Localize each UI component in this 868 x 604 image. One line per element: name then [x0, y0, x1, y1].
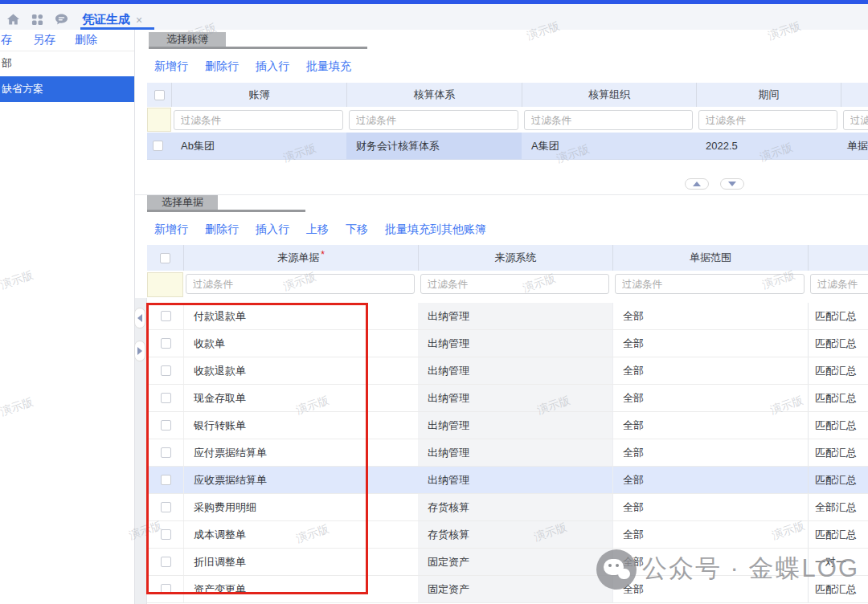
column-header-document-scope[interactable]: 单据范围: [612, 245, 808, 271]
section-underline: [147, 210, 305, 212]
filter-corner-cell: [147, 108, 171, 132]
cell-summary-mode: 匹配汇总: [808, 439, 868, 466]
cell-summary-mode: 匹配汇总: [808, 357, 868, 384]
cell-source-system: 出纳管理: [418, 303, 612, 329]
delete-row-button[interactable]: 删除行: [205, 222, 239, 237]
add-row-button[interactable]: 新增行: [154, 222, 188, 237]
cell-source-system: 出纳管理: [418, 439, 612, 466]
books-header-checkbox-cell: [147, 83, 171, 107]
message-icon[interactable]: [55, 13, 68, 29]
cell-source-document: 折旧调整单: [183, 549, 418, 575]
docs-table-row[interactable]: 采购费用明细 存货核算 全部 全部汇总: [147, 494, 868, 521]
brand-watermark: 公众号 · 金蝶LOG: [642, 552, 859, 586]
docs-header-checkbox-cell: [147, 245, 183, 271]
docs-table-row[interactable]: 付款退款单 出纳管理 全部 匹配汇总: [147, 303, 868, 330]
row-checkbox[interactable]: [153, 141, 163, 151]
insert-row-button[interactable]: 插入行: [256, 59, 289, 74]
filter-input-accounting-org[interactable]: [524, 110, 693, 130]
row-checkbox-cell: [147, 303, 183, 329]
sidebar-item-all[interactable]: 部: [0, 51, 134, 76]
column-header-clipped[interactable]: [808, 245, 868, 271]
docs-table-row[interactable]: 收款退款单 出纳管理 全部 匹配汇总: [147, 357, 868, 385]
chevron-right-icon: [137, 347, 142, 355]
save-as-button[interactable]: 另存: [33, 33, 55, 47]
books-table-header: 账簿 核算体系 核算组织 期间: [147, 83, 868, 107]
select-all-checkbox[interactable]: [154, 90, 165, 100]
row-checkbox[interactable]: [161, 365, 171, 376]
section-divider: [135, 194, 868, 195]
docs-table-row-highlighted[interactable]: 应收票据结算单 出纳管理 全部 匹配汇总: [147, 467, 868, 494]
batch-fill-button[interactable]: 批量填充: [306, 59, 351, 74]
cell-source-document: 付款退款单: [183, 303, 418, 329]
docs-table-row[interactable]: 收款单 出纳管理 全部 匹配汇总: [147, 330, 868, 357]
tab-title: 凭证生成: [82, 12, 130, 27]
cell-summary-mode: 匹配汇总: [808, 330, 868, 357]
column-header-source-document[interactable]: 来源单据*: [183, 245, 418, 271]
cell-source-system: 固定资产: [418, 576, 612, 602]
filter-input-clipped[interactable]: [843, 110, 868, 130]
insert-row-button[interactable]: 插入行: [256, 222, 289, 237]
batch-fill-other-books-button[interactable]: 批量填充到其他账簿: [385, 222, 486, 237]
docs-table-header: 来源单据* 来源系统 单据范围: [147, 245, 868, 271]
add-row-button[interactable]: 新增行: [154, 59, 188, 74]
cell-clipped: 单据: [841, 133, 868, 159]
cell-source-system: 固定资产: [418, 549, 612, 575]
chevron-down-icon: [728, 182, 736, 186]
cell-source-system: 出纳管理: [418, 385, 612, 411]
filter-input-period[interactable]: [698, 110, 837, 130]
filter-input-clipped[interactable]: [810, 274, 868, 294]
splitter-collapse-left-button[interactable]: [134, 308, 145, 329]
cell-source-system: 存货核算: [418, 494, 612, 520]
home-icon[interactable]: [6, 13, 20, 29]
column-header-accounting-org[interactable]: 核算组织: [522, 83, 696, 107]
row-checkbox[interactable]: [161, 393, 171, 403]
select-all-checkbox[interactable]: [160, 253, 170, 263]
move-down-button[interactable]: 下移: [346, 222, 368, 237]
filter-input-book[interactable]: [174, 110, 343, 130]
row-checkbox-cell: [147, 412, 183, 439]
wechat-icon: [596, 549, 637, 590]
splitter-expand-right-button[interactable]: [134, 341, 145, 361]
books-filter-row: [147, 107, 868, 133]
scheme-sidebar: 存 另存 删除 部 缺省方案: [0, 30, 135, 604]
cell-accounting-org: A集团: [522, 133, 696, 159]
row-checkbox[interactable]: [161, 475, 171, 485]
tab-close-icon[interactable]: ×: [136, 14, 142, 26]
row-checkbox[interactable]: [161, 311, 171, 321]
row-checkbox[interactable]: [161, 502, 171, 512]
save-button[interactable]: 存: [1, 33, 12, 47]
row-checkbox[interactable]: [161, 584, 171, 594]
tab-voucher-generation[interactable]: 凭证生成 ×: [82, 12, 142, 27]
row-checkbox[interactable]: [161, 557, 171, 567]
delete-row-button[interactable]: 删除行: [205, 59, 239, 74]
docs-table-row[interactable]: 成本调整单 存货核算 全部 匹配汇总: [147, 521, 868, 549]
docs-table-row[interactable]: 银行转账单 出纳管理 全部 匹配汇总: [147, 412, 868, 439]
cell-source-system: 存货核算: [418, 521, 612, 548]
row-checkbox[interactable]: [161, 447, 171, 458]
cell-source-document: 应收票据结算单: [183, 467, 418, 493]
row-checkbox[interactable]: [161, 338, 171, 349]
filter-input-accounting-system[interactable]: [349, 110, 518, 130]
cell-summary-mode: 匹配汇总: [808, 467, 868, 493]
sidebar-item-default-scheme[interactable]: 缺省方案: [0, 76, 134, 102]
row-checkbox[interactable]: [161, 420, 171, 431]
column-header-source-system[interactable]: 来源系统: [418, 245, 612, 271]
cell-summary-mode: 匹配汇总: [808, 303, 868, 329]
column-header-book[interactable]: 账簿: [171, 83, 346, 107]
column-header-period[interactable]: 期间: [696, 83, 841, 107]
apps-grid-icon[interactable]: [31, 14, 43, 29]
cell-summary-mode: 匹配汇总: [808, 521, 868, 548]
column-header-accounting-system[interactable]: 核算体系: [346, 83, 522, 107]
collapse-down-button[interactable]: [720, 178, 744, 190]
cell-source-system: 出纳管理: [418, 330, 612, 357]
delete-button[interactable]: 删除: [75, 33, 97, 47]
section-tab-select-documents[interactable]: 选择单据: [147, 195, 218, 210]
docs-table-row[interactable]: 应付票据结算单 出纳管理 全部 匹配汇总: [147, 439, 868, 467]
column-header-clipped[interactable]: [841, 83, 868, 107]
move-up-button[interactable]: 上移: [306, 222, 329, 237]
docs-table-row[interactable]: 现金存取单 出纳管理 全部 匹配汇总: [147, 385, 868, 412]
cell-source-document: 收款退款单: [183, 357, 418, 384]
filter-input-source-system[interactable]: [420, 274, 609, 294]
cell-source-system: 出纳管理: [418, 467, 612, 493]
collapse-up-button[interactable]: [685, 178, 709, 190]
